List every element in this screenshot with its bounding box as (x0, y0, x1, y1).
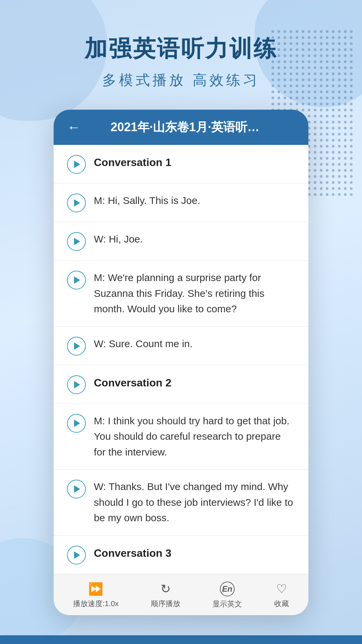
back-button[interactable]: ← (67, 120, 80, 135)
play-button[interactable] (67, 414, 86, 433)
play-button[interactable] (67, 232, 86, 251)
toolbar-icon-speed: ⏩ (88, 582, 103, 596)
play-icon (74, 485, 80, 493)
play-button[interactable] (67, 480, 86, 498)
play-icon (74, 238, 80, 245)
toolbar-icon-lang: En (220, 582, 235, 596)
play-icon (74, 420, 80, 427)
conversation-item[interactable]: M: We're planning a surprise party for S… (54, 261, 308, 327)
toolbar-icon-fav: ♡ (276, 582, 287, 596)
play-button[interactable] (67, 546, 86, 565)
conversation-text: W: Sure. Count me in. (94, 336, 295, 352)
phone-header: ← 2021年·山东卷1月·英语听… (54, 110, 308, 145)
conversation-item[interactable]: M: I think you should try hard to get th… (54, 404, 308, 470)
conversation-item[interactable]: W: Thanks. But I've changed my mind. Why… (54, 470, 308, 536)
main-subtitle: 多模式播放 高效练习 (20, 71, 342, 90)
conversation-item[interactable]: Conversation 2 (54, 365, 308, 404)
conversation-text: M: Hi, Sally. This is Joe. (94, 193, 295, 209)
bottom-section: 多种听力模式，快速突破语音听力 (0, 635, 362, 644)
phone-wrapper: ← 2021年·山东卷1月·英语听… Conversation 1M: Hi, … (0, 110, 362, 615)
play-button[interactable] (67, 155, 86, 174)
conversation-item[interactable]: Conversation 1 (54, 145, 308, 183)
conversation-text: W: Hi, Joe. (94, 231, 295, 247)
toolbar-item-speed[interactable]: ⏩播放速度:1.0x (73, 582, 119, 609)
conversation-item[interactable]: Conversation 3 (54, 536, 308, 574)
conversation-item[interactable]: W: Sure. Count me in. (54, 327, 308, 365)
conversation-text: Conversation 3 (94, 545, 295, 562)
play-button[interactable] (67, 271, 86, 289)
phone-frame: ← 2021年·山东卷1月·英语听… Conversation 1M: Hi, … (54, 110, 308, 615)
play-icon (74, 276, 80, 284)
top-section: 加强英语听力训练 多模式播放 高效练习 (0, 0, 362, 110)
toolbar-label-lang: 显示英文 (213, 599, 242, 609)
play-icon (74, 199, 80, 207)
conversation-text: Conversation 2 (94, 375, 295, 391)
toolbar-icon-mode: ↻ (161, 582, 171, 596)
bottom-toolbar: ⏩播放速度:1.0x↻顺序播放En显示英文♡收藏 (54, 574, 308, 615)
conversation-text: M: I think you should try hard to get th… (94, 413, 295, 460)
toolbar-label-speed: 播放速度:1.0x (73, 599, 119, 609)
play-icon (74, 342, 80, 350)
main-title: 加强英语听力训练 (20, 34, 342, 64)
toolbar-item-mode[interactable]: ↻顺序播放 (151, 582, 180, 609)
play-button[interactable] (67, 337, 86, 356)
toolbar-label-mode: 顺序播放 (151, 599, 180, 609)
toolbar-label-fav: 收藏 (274, 599, 289, 609)
header-title: 2021年·山东卷1月·英语听… (88, 119, 282, 136)
toolbar-item-fav[interactable]: ♡收藏 (274, 582, 289, 609)
conversation-text: W: Thanks. But I've changed my mind. Why… (94, 479, 295, 526)
play-icon (74, 551, 80, 559)
play-icon (74, 381, 80, 388)
toolbar-item-lang[interactable]: En显示英文 (213, 582, 242, 609)
conversation-text: Conversation 1 (94, 154, 295, 171)
conversation-item[interactable]: W: Hi, Joe. (54, 222, 308, 261)
play-icon (74, 161, 80, 168)
play-button[interactable] (67, 375, 86, 394)
conversation-list: Conversation 1M: Hi, Sally. This is Joe.… (54, 145, 308, 574)
play-button[interactable] (67, 194, 86, 212)
conversation-item[interactable]: M: Hi, Sally. This is Joe. (54, 183, 308, 222)
conversation-text: M: We're planning a surprise party for S… (94, 270, 295, 317)
